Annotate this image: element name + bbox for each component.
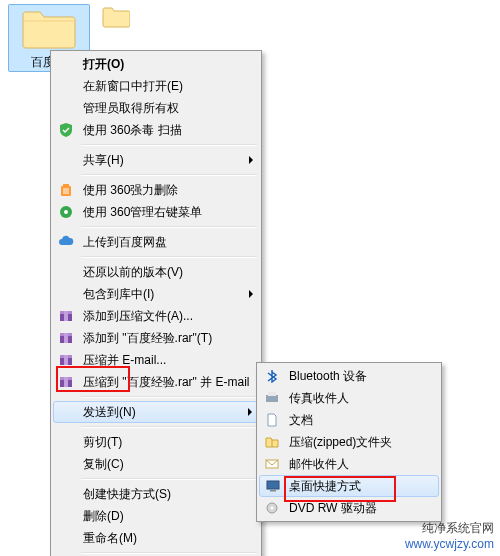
menu-label: 使用 360强力删除	[83, 182, 178, 199]
menu-label: 创建快捷方式(S)	[83, 486, 171, 503]
desktop: 百度经 打开(O) 在新窗口中打开(E) 管理员取得所有权 使用 360杀毒 扫…	[0, 0, 500, 556]
menu-label: 管理员取得所有权	[83, 100, 179, 117]
menu-delete[interactable]: 删除(D)	[53, 505, 259, 527]
shield-360-icon	[57, 121, 75, 139]
svg-rect-17	[268, 392, 276, 396]
menu-separator	[81, 426, 257, 428]
menu-360-scan[interactable]: 使用 360杀毒 扫描	[53, 119, 259, 141]
menu-share[interactable]: 共享(H)	[53, 149, 259, 171]
submenu-arrow-icon	[248, 408, 252, 416]
menu-send-to[interactable]: 发送到(N)	[53, 401, 259, 423]
winrar-icon	[57, 373, 75, 391]
desktop-icon	[264, 477, 282, 495]
menu-admin-ownership[interactable]: 管理员取得所有权	[53, 97, 259, 119]
menu-label: 压缩到 "百度经验.rar" 并 E-mail	[83, 374, 250, 391]
menu-copy[interactable]: 复制(C)	[53, 453, 259, 475]
sendto-mail-recipient[interactable]: 邮件收件人	[259, 453, 439, 475]
menu-separator	[81, 552, 257, 554]
menu-upload-baidu-pan[interactable]: 上传到百度网盘	[53, 231, 259, 253]
winrar-icon	[57, 351, 75, 369]
zip-folder-icon	[263, 433, 281, 451]
menu-include-library[interactable]: 包含到库中(I)	[53, 283, 259, 305]
winrar-icon	[57, 329, 75, 347]
menu-360-rightclick-mgr[interactable]: 使用 360管理右键菜单	[53, 201, 259, 223]
svg-rect-19	[267, 481, 279, 489]
menu-separator	[81, 256, 257, 258]
menu-restore-previous[interactable]: 还原以前的版本(V)	[53, 261, 259, 283]
menu-label: 剪切(T)	[83, 434, 122, 451]
menu-separator	[81, 478, 257, 480]
menu-rename[interactable]: 重命名(M)	[53, 527, 259, 549]
menu-label: 删除(D)	[83, 508, 124, 525]
menu-separator	[81, 174, 257, 176]
winrar-icon	[57, 307, 75, 325]
svg-point-23	[271, 507, 274, 510]
menu-label: 共享(H)	[83, 152, 124, 169]
folder-icon	[21, 7, 77, 51]
folder-small[interactable]	[92, 6, 140, 30]
mail-icon	[263, 455, 281, 473]
disc-drive-icon	[263, 499, 281, 517]
menu-label: 使用 360管理右键菜单	[83, 204, 202, 221]
menu-label: 桌面快捷方式	[289, 478, 361, 495]
watermark-line1: 纯净系统官网	[405, 520, 494, 536]
menu-compress-email[interactable]: 压缩并 E-mail...	[53, 349, 259, 371]
svg-rect-9	[64, 333, 68, 343]
menu-label: 文档	[289, 412, 313, 429]
sendto-desktop-shortcut[interactable]: 桌面快捷方式	[259, 475, 439, 497]
sendto-submenu: Bluetooth 设备 传真收件人 文档 压缩(zipped)文件夹 邮件收件…	[256, 362, 442, 522]
menu-separator	[81, 396, 257, 398]
document-icon	[263, 411, 281, 429]
menu-label: 使用 360杀毒 扫描	[83, 122, 182, 139]
sendto-documents[interactable]: 文档	[259, 409, 439, 431]
svg-rect-21	[270, 490, 276, 492]
sendto-fax[interactable]: 传真收件人	[259, 387, 439, 409]
menu-label: DVD RW 驱动器	[289, 500, 377, 517]
svg-rect-16	[266, 395, 278, 402]
menu-open-new-window[interactable]: 在新窗口中打开(E)	[53, 75, 259, 97]
menu-create-shortcut[interactable]: 创建快捷方式(S)	[53, 483, 259, 505]
fax-icon	[263, 389, 281, 407]
submenu-arrow-icon	[249, 156, 253, 164]
sendto-compressed-folder[interactable]: 压缩(zipped)文件夹	[259, 431, 439, 453]
menu-rar-email[interactable]: 压缩到 "百度经验.rar" 并 E-mail	[53, 371, 259, 393]
menu-separator	[81, 226, 257, 228]
menu-label: Bluetooth 设备	[289, 368, 367, 385]
menu-open[interactable]: 打开(O)	[53, 53, 259, 75]
svg-rect-15	[64, 377, 68, 387]
menu-label: 在新窗口中打开(E)	[83, 78, 183, 95]
menu-label: 邮件收件人	[289, 456, 349, 473]
menu-label: 压缩并 E-mail...	[83, 352, 166, 369]
submenu-arrow-icon	[249, 290, 253, 298]
folder-icon	[102, 6, 130, 28]
delete-360-icon	[57, 181, 75, 199]
menu-label: 压缩(zipped)文件夹	[289, 434, 392, 451]
menu-label: 复制(C)	[83, 456, 124, 473]
menu-label: 添加到 "百度经验.rar"(T)	[83, 330, 212, 347]
svg-point-3	[64, 210, 68, 214]
menu-cut[interactable]: 剪切(T)	[53, 431, 259, 453]
menu-label: 添加到压缩文件(A)...	[83, 308, 193, 325]
watermark: 纯净系统官网 www.ycwjzy.com	[405, 520, 494, 552]
menu-add-to-rar[interactable]: 添加到 "百度经验.rar"(T)	[53, 327, 259, 349]
menu-label: 重命名(M)	[83, 530, 137, 547]
watermark-line2: www.ycwjzy.com	[405, 536, 494, 552]
bluetooth-icon	[263, 367, 281, 385]
cloud-icon	[57, 233, 75, 251]
menu-label: 还原以前的版本(V)	[83, 264, 183, 281]
gear-360-icon	[57, 203, 75, 221]
menu-separator	[81, 144, 257, 146]
sendto-bluetooth[interactable]: Bluetooth 设备	[259, 365, 439, 387]
context-menu: 打开(O) 在新窗口中打开(E) 管理员取得所有权 使用 360杀毒 扫描 共享…	[50, 50, 262, 556]
menu-label: 发送到(N)	[83, 404, 136, 421]
sendto-dvd-rw[interactable]: DVD RW 驱动器	[259, 497, 439, 519]
svg-rect-12	[64, 355, 68, 365]
menu-add-to-archive[interactable]: 添加到压缩文件(A)...	[53, 305, 259, 327]
menu-label: 传真收件人	[289, 390, 349, 407]
menu-label: 包含到库中(I)	[83, 286, 154, 303]
menu-360-force-delete[interactable]: 使用 360强力删除	[53, 179, 259, 201]
menu-label: 打开(O)	[83, 56, 124, 73]
svg-rect-1	[63, 184, 69, 186]
menu-label: 上传到百度网盘	[83, 234, 167, 251]
svg-rect-6	[64, 311, 68, 321]
